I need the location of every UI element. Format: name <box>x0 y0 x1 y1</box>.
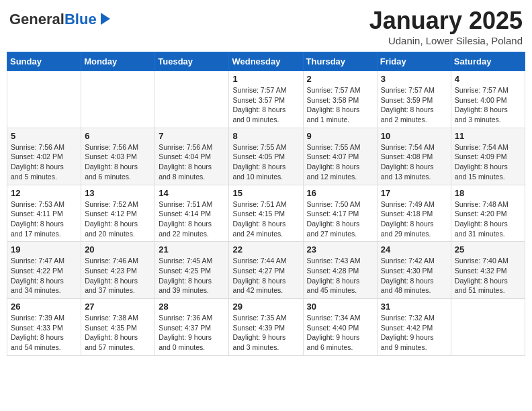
header-day-saturday: Saturday <box>451 52 525 71</box>
cell-info: Sunrise: 7:43 AM Sunset: 4:28 PM Dayligh… <box>307 256 373 295</box>
header-day-monday: Monday <box>81 52 155 71</box>
cell-info: Sunrise: 7:40 AM Sunset: 4:32 PM Dayligh… <box>455 256 521 295</box>
day-number: 10 <box>381 131 447 141</box>
header-day-wednesday: Wednesday <box>229 52 303 71</box>
calendar-cell: 24Sunrise: 7:42 AM Sunset: 4:30 PM Dayli… <box>377 242 451 299</box>
cell-info: Sunrise: 7:44 AM Sunset: 4:27 PM Dayligh… <box>232 256 299 295</box>
calendar-cell: 6Sunrise: 7:56 AM Sunset: 4:03 PM Daylig… <box>81 128 155 185</box>
day-number: 20 <box>85 244 151 255</box>
day-number: 1 <box>232 74 299 84</box>
calendar-cell: 13Sunrise: 7:52 AM Sunset: 4:12 PM Dayli… <box>81 185 155 242</box>
page-header: GeneralBlue January 2025 Udanin, Lower S… <box>7 7 525 46</box>
day-number: 26 <box>11 302 77 312</box>
calendar-cell: 28Sunrise: 7:36 AM Sunset: 4:37 PM Dayli… <box>155 299 229 356</box>
day-number: 18 <box>455 188 521 198</box>
week-row-1: 5Sunrise: 7:56 AM Sunset: 4:02 PM Daylig… <box>7 128 525 185</box>
calendar-cell <box>7 71 81 128</box>
cell-info: Sunrise: 7:52 AM Sunset: 4:12 PM Dayligh… <box>85 199 151 239</box>
calendar-cell: 3Sunrise: 7:57 AM Sunset: 3:59 PM Daylig… <box>377 71 451 128</box>
calendar-cell: 15Sunrise: 7:51 AM Sunset: 4:15 PM Dayli… <box>229 185 303 242</box>
cell-info: Sunrise: 7:54 AM Sunset: 4:08 PM Dayligh… <box>381 142 447 182</box>
calendar-cell: 10Sunrise: 7:54 AM Sunset: 4:08 PM Dayli… <box>377 128 451 185</box>
calendar-cell: 22Sunrise: 7:44 AM Sunset: 4:27 PM Dayli… <box>229 242 303 299</box>
cell-info: Sunrise: 7:57 AM Sunset: 4:00 PM Dayligh… <box>455 85 521 125</box>
cell-info: Sunrise: 7:57 AM Sunset: 3:59 PM Dayligh… <box>381 85 447 125</box>
calendar-cell: 7Sunrise: 7:56 AM Sunset: 4:04 PM Daylig… <box>155 128 229 185</box>
header-day-sunday: Sunday <box>7 52 81 71</box>
day-number: 6 <box>85 131 151 141</box>
cell-info: Sunrise: 7:54 AM Sunset: 4:09 PM Dayligh… <box>455 142 521 182</box>
cell-info: Sunrise: 7:56 AM Sunset: 4:02 PM Dayligh… <box>11 142 77 182</box>
cell-info: Sunrise: 7:35 AM Sunset: 4:39 PM Dayligh… <box>232 313 299 353</box>
day-number: 24 <box>381 244 447 255</box>
day-number: 9 <box>307 131 373 141</box>
calendar-cell: 18Sunrise: 7:48 AM Sunset: 4:20 PM Dayli… <box>451 185 525 242</box>
calendar-cell: 4Sunrise: 7:57 AM Sunset: 4:00 PM Daylig… <box>451 71 525 128</box>
calendar-cell: 11Sunrise: 7:54 AM Sunset: 4:09 PM Dayli… <box>451 128 525 185</box>
calendar-cell: 31Sunrise: 7:32 AM Sunset: 4:42 PM Dayli… <box>377 299 451 356</box>
logo-blue-text: Blue <box>64 11 97 28</box>
calendar-cell: 16Sunrise: 7:50 AM Sunset: 4:17 PM Dayli… <box>303 185 377 242</box>
day-number: 4 <box>455 74 521 84</box>
calendar-cell: 21Sunrise: 7:45 AM Sunset: 4:25 PM Dayli… <box>155 242 229 299</box>
day-number: 12 <box>11 188 77 198</box>
calendar-cell: 2Sunrise: 7:57 AM Sunset: 3:58 PM Daylig… <box>303 71 377 128</box>
day-number: 19 <box>11 244 77 255</box>
calendar-body: 1Sunrise: 7:57 AM Sunset: 3:57 PM Daylig… <box>7 71 525 356</box>
day-number: 3 <box>381 74 447 84</box>
calendar-header: SundayMondayTuesdayWednesdayThursdayFrid… <box>7 52 525 71</box>
day-number: 21 <box>159 244 225 255</box>
cell-info: Sunrise: 7:48 AM Sunset: 4:20 PM Dayligh… <box>455 199 521 239</box>
week-row-3: 19Sunrise: 7:47 AM Sunset: 4:22 PM Dayli… <box>7 242 525 299</box>
calendar-cell <box>81 71 155 128</box>
calendar-cell: 26Sunrise: 7:39 AM Sunset: 4:33 PM Dayli… <box>7 299 81 356</box>
day-number: 30 <box>307 302 373 312</box>
calendar-cell: 29Sunrise: 7:35 AM Sunset: 4:39 PM Dayli… <box>229 299 303 356</box>
month-title: January 2025 <box>369 7 523 35</box>
calendar-cell: 17Sunrise: 7:49 AM Sunset: 4:18 PM Dayli… <box>377 185 451 242</box>
header-day-tuesday: Tuesday <box>155 52 229 71</box>
logo-icon <box>101 13 110 25</box>
day-number: 17 <box>381 188 447 198</box>
day-number: 31 <box>381 302 447 312</box>
calendar-cell: 23Sunrise: 7:43 AM Sunset: 4:28 PM Dayli… <box>303 242 377 299</box>
week-row-4: 26Sunrise: 7:39 AM Sunset: 4:33 PM Dayli… <box>7 299 525 356</box>
cell-info: Sunrise: 7:57 AM Sunset: 3:58 PM Dayligh… <box>307 85 373 125</box>
day-number: 27 <box>85 302 151 312</box>
cell-info: Sunrise: 7:36 AM Sunset: 4:37 PM Dayligh… <box>159 313 225 353</box>
cell-info: Sunrise: 7:57 AM Sunset: 3:57 PM Dayligh… <box>232 85 299 125</box>
header-day-friday: Friday <box>377 52 451 71</box>
header-day-thursday: Thursday <box>303 52 377 71</box>
calendar-cell: 20Sunrise: 7:46 AM Sunset: 4:23 PM Dayli… <box>81 242 155 299</box>
cell-info: Sunrise: 7:55 AM Sunset: 4:05 PM Dayligh… <box>232 142 299 182</box>
calendar-cell: 30Sunrise: 7:34 AM Sunset: 4:40 PM Dayli… <box>303 299 377 356</box>
logo-general-text: General <box>9 11 64 28</box>
day-number: 29 <box>232 302 299 312</box>
calendar-cell: 1Sunrise: 7:57 AM Sunset: 3:57 PM Daylig… <box>229 71 303 128</box>
calendar-cell <box>155 71 229 128</box>
day-number: 8 <box>232 131 299 141</box>
calendar-table: SundayMondayTuesdayWednesdayThursdayFrid… <box>7 52 525 356</box>
day-number: 13 <box>85 188 151 198</box>
cell-info: Sunrise: 7:50 AM Sunset: 4:17 PM Dayligh… <box>307 199 373 239</box>
location-subtitle: Udanin, Lower Silesia, Poland <box>369 35 523 46</box>
cell-info: Sunrise: 7:49 AM Sunset: 4:18 PM Dayligh… <box>381 199 447 239</box>
calendar-cell: 25Sunrise: 7:40 AM Sunset: 4:32 PM Dayli… <box>451 242 525 299</box>
day-number: 22 <box>232 244 299 255</box>
week-row-0: 1Sunrise: 7:57 AM Sunset: 3:57 PM Daylig… <box>7 71 525 128</box>
cell-info: Sunrise: 7:38 AM Sunset: 4:35 PM Dayligh… <box>85 313 151 353</box>
calendar-cell: 9Sunrise: 7:55 AM Sunset: 4:07 PM Daylig… <box>303 128 377 185</box>
logo: GeneralBlue <box>9 11 110 28</box>
cell-info: Sunrise: 7:55 AM Sunset: 4:07 PM Dayligh… <box>307 142 373 182</box>
calendar-cell: 8Sunrise: 7:55 AM Sunset: 4:05 PM Daylig… <box>229 128 303 185</box>
day-number: 14 <box>159 188 225 198</box>
cell-info: Sunrise: 7:47 AM Sunset: 4:22 PM Dayligh… <box>11 256 77 295</box>
calendar-cell <box>451 299 525 356</box>
day-number: 2 <box>307 74 373 84</box>
day-number: 11 <box>455 131 521 141</box>
calendar-cell: 19Sunrise: 7:47 AM Sunset: 4:22 PM Dayli… <box>7 242 81 299</box>
cell-info: Sunrise: 7:51 AM Sunset: 4:14 PM Dayligh… <box>159 199 225 239</box>
day-number: 25 <box>455 244 521 255</box>
calendar-cell: 5Sunrise: 7:56 AM Sunset: 4:02 PM Daylig… <box>7 128 81 185</box>
logo-general: GeneralBlue <box>9 11 97 28</box>
